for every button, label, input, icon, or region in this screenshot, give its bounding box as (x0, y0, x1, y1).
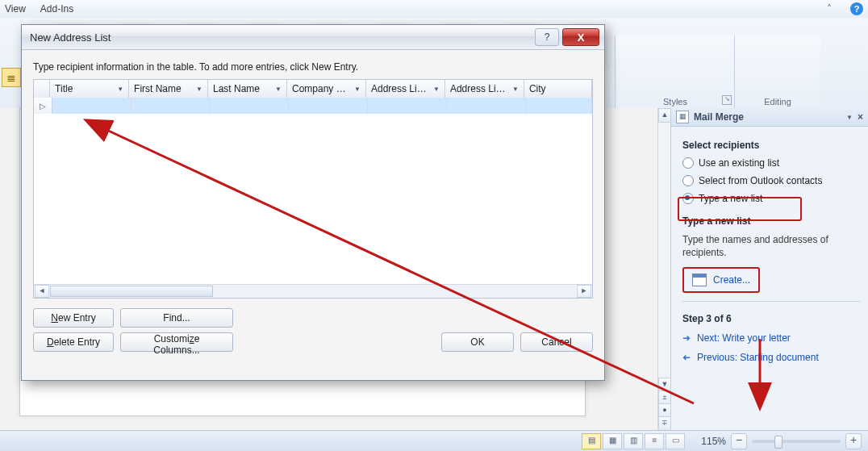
radio-outlook-label: Select from Outlook contacts (699, 175, 822, 186)
create-link-highlight: Create... (682, 267, 760, 293)
find-button-dialog[interactable]: Find... (120, 308, 233, 328)
pane-icon: ▦ (676, 111, 689, 123)
zoom-in-button[interactable]: + (845, 433, 862, 449)
zoom-out-button[interactable]: − (731, 433, 747, 449)
col-title[interactable]: Title▼ (50, 80, 129, 98)
dialog-instruction: Type recipient information in the table.… (33, 61, 593, 73)
status-bar: ▤ ▦ ▥ ≡ ▭ 115% − + (0, 430, 868, 451)
list-icon[interactable]: ≣ (2, 68, 21, 87)
scroll-left-icon[interactable]: ◄ (35, 285, 49, 298)
prev-step-label: Previous: Starting document (697, 352, 819, 363)
styles-group-label: Styles (616, 97, 735, 106)
arrow-right-icon: ➜ (682, 332, 691, 344)
view-draft-icon[interactable]: ▭ (666, 433, 685, 449)
grid-row[interactable]: ▷ (34, 98, 592, 114)
create-link[interactable]: Create... (713, 274, 750, 286)
zoom-slider[interactable] (752, 440, 841, 443)
customize-label: Customize Columns... (153, 333, 199, 356)
next-step-label: Next: Write your letter (697, 332, 791, 344)
cell[interactable] (447, 98, 526, 114)
scroll-right-icon[interactable]: ► (577, 285, 591, 298)
new-address-list-dialog: New Address List ? X Type recipient info… (21, 24, 605, 381)
pane-title: Mail Merge (694, 111, 841, 123)
menu-addins[interactable]: Add-Ins (40, 3, 73, 15)
view-print-layout-icon[interactable]: ▤ (582, 433, 601, 449)
cell[interactable] (526, 98, 592, 114)
type-new-list-heading: Type a new list (682, 215, 860, 227)
col-city[interactable]: City (524, 80, 592, 98)
col-company[interactable]: Company …▼ (287, 80, 366, 98)
row-selector-icon[interactable]: ▷ (34, 98, 52, 114)
radio-outlook[interactable]: Select from Outlook contacts (682, 175, 860, 186)
delete-entry-button[interactable]: Delete Entry (33, 332, 114, 352)
radio-icon (682, 175, 694, 186)
create-icon (692, 274, 707, 286)
editing-group-label: Editing (735, 97, 820, 106)
next-page-icon[interactable]: ∓ (658, 416, 671, 431)
pane-menu-icon[interactable]: ▼ (846, 114, 853, 121)
menu-view[interactable]: View (5, 3, 26, 15)
grid-header: Title▼ First Name▼ Last Name▼ Company …▼… (34, 80, 592, 98)
radio-new-label: Type a new list (699, 193, 762, 204)
view-outline-icon[interactable]: ≡ (645, 433, 664, 449)
mail-merge-pane: ▦ Mail Merge ▼ × Select recipients Use a… (670, 108, 868, 431)
view-web-icon[interactable]: ▥ (624, 433, 643, 449)
col-first-name[interactable]: First Name▼ (129, 80, 208, 98)
new-entry-button[interactable]: New Entry (33, 308, 114, 328)
next-step-link[interactable]: ➜ Next: Write your letter (682, 332, 860, 344)
scroll-up-icon[interactable]: ▲ (658, 108, 671, 123)
address-grid[interactable]: Title▼ First Name▼ Last Name▼ Company …▼… (33, 79, 593, 299)
vertical-scrollbar[interactable]: ▲ ▼ ± ● ∓ (657, 108, 671, 431)
new-entry-label: ew Entry (58, 312, 96, 324)
view-full-screen-icon[interactable]: ▦ (603, 433, 622, 449)
cell[interactable] (210, 98, 289, 114)
col-address1[interactable]: Address Li…▼ (366, 80, 445, 98)
cell[interactable] (52, 98, 131, 114)
arrow-left-icon: ➜ (682, 352, 691, 363)
menu-bar: View Add-Ins ˄ ? (0, 0, 868, 19)
find-label: Find... (163, 312, 190, 324)
col-last-name[interactable]: Last Name▼ (208, 80, 287, 98)
dialog-close-icon[interactable]: X (562, 28, 599, 46)
type-new-list-desc: Type the names and addresses of recipien… (682, 233, 860, 259)
radio-existing-label: Use an existing list (699, 157, 779, 169)
zoom-percent[interactable]: 115% (701, 436, 726, 447)
radio-icon (682, 193, 694, 204)
dialog-help-icon[interactable]: ? (535, 28, 559, 46)
col-address2[interactable]: Address Li…▼ (445, 80, 524, 98)
dialog-titlebar[interactable]: New Address List ? X (22, 25, 604, 50)
pane-header: ▦ Mail Merge ▼ × (671, 108, 868, 127)
radio-type-new-list[interactable]: Type a new list (682, 193, 860, 204)
dialog-title: New Address List (30, 31, 111, 44)
select-recipients-heading: Select recipients (682, 140, 860, 151)
chevron-up-icon[interactable]: ˄ (823, 3, 836, 15)
styles-dialog-launcher-icon[interactable]: ↘ (722, 95, 732, 105)
cell[interactable] (289, 98, 368, 114)
step-heading: Step 3 of 6 (682, 313, 860, 324)
cell[interactable] (131, 98, 211, 114)
prev-step-link[interactable]: ➜ Previous: Starting document (682, 352, 860, 363)
cancel-button[interactable]: Cancel (520, 332, 593, 352)
ok-button[interactable]: OK (441, 332, 514, 352)
grid-horizontal-scrollbar[interactable]: ◄ ► (34, 284, 592, 298)
customize-columns-button[interactable]: Customize Columns... (120, 332, 233, 352)
delete-entry-label: elete Entry (54, 336, 100, 348)
radio-existing-list[interactable]: Use an existing list (682, 157, 860, 169)
pane-close-icon[interactable]: × (858, 111, 863, 123)
radio-icon (682, 157, 694, 169)
cell[interactable] (368, 98, 447, 114)
help-icon[interactable]: ? (850, 2, 863, 15)
